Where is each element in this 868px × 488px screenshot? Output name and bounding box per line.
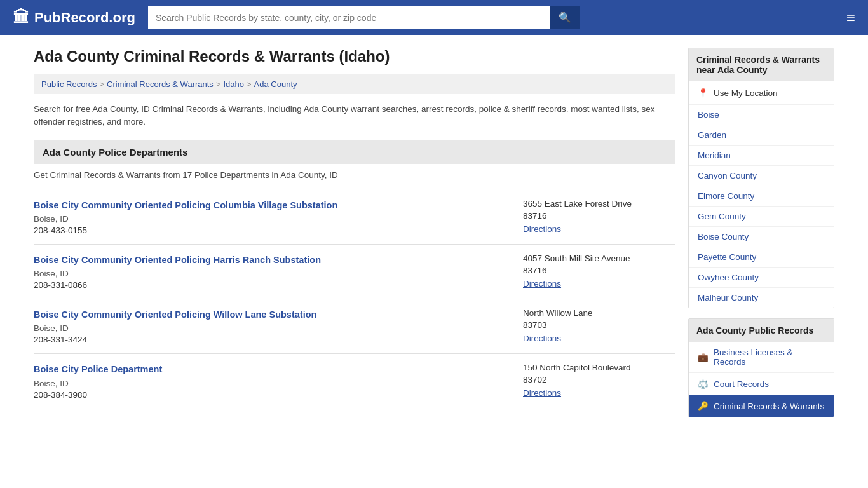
- breadcrumb: Public Records > Criminal Records & Warr…: [34, 74, 675, 94]
- breadcrumb-ada-county[interactable]: Ada County: [254, 79, 297, 89]
- dept-address: 150 North Capitol Boulevard: [523, 363, 675, 372]
- dept-zip: 83702: [523, 375, 675, 384]
- nearby-link[interactable]: Meridian: [689, 146, 834, 166]
- breadcrumb-criminal-records[interactable]: Criminal Records & Warrants: [107, 79, 214, 89]
- nearby-link[interactable]: Owyhee County: [689, 268, 834, 288]
- dept-city: Boise, ID: [34, 379, 510, 388]
- breadcrumb-public-records[interactable]: Public Records: [41, 79, 97, 89]
- menu-button[interactable]: ≡: [846, 9, 855, 27]
- breadcrumb-sep-3: >: [247, 79, 252, 89]
- dept-address: 3655 East Lake Forest Drive: [523, 199, 675, 208]
- public-records-link[interactable]: 🔑Criminal Records & Warrants: [689, 395, 834, 417]
- page-description: Search for free Ada County, ID Criminal …: [34, 103, 675, 129]
- breadcrumb-sep-1: >: [99, 79, 104, 89]
- breadcrumb-sep-2: >: [216, 79, 221, 89]
- section-description: Get Criminal Records & Warrants from 17 …: [34, 170, 675, 180]
- dept-phone: 208-384-3980: [34, 390, 510, 400]
- dept-name[interactable]: Boise City Community Oriented Policing W…: [34, 308, 510, 321]
- directions-link[interactable]: Directions: [523, 334, 561, 343]
- dept-address: North Willow Lane: [523, 308, 675, 318]
- nearby-link[interactable]: Malheur County: [689, 288, 834, 308]
- sidebar: Criminal Records & Warrants near Ada Cou…: [688, 48, 834, 428]
- directions-link[interactable]: Directions: [523, 224, 561, 234]
- public-records-links-list: 💼Business Licenses & Records⚖️Court Reco…: [689, 342, 834, 417]
- logo-text: PubRecord.org: [34, 10, 135, 26]
- dept-right: North Willow Lane 83703 Directions: [523, 308, 675, 344]
- department-entry: Boise City Police Department Boise, ID 2…: [34, 354, 675, 409]
- dept-phone: 208-331-0866: [34, 280, 510, 290]
- dept-right: 3655 East Lake Forest Drive 83716 Direct…: [523, 199, 675, 235]
- nearby-link[interactable]: Boise: [689, 105, 834, 125]
- logo-icon: 🏛: [13, 8, 29, 27]
- gavel-icon: ⚖️: [698, 379, 709, 389]
- briefcase-icon: 💼: [698, 352, 709, 362]
- dept-right: 4057 South Mill Site Avenue 83716 Direct…: [523, 254, 675, 290]
- nearby-link[interactable]: Gem County: [689, 207, 834, 227]
- site-logo[interactable]: 🏛 PubRecord.org: [13, 8, 135, 27]
- dept-zip: 83716: [523, 211, 675, 220]
- department-list: Boise City Community Oriented Policing C…: [34, 190, 675, 409]
- section-header: Ada County Police Departments: [34, 140, 675, 164]
- nearby-link[interactable]: Elmore County: [689, 186, 834, 207]
- nearby-link[interactable]: Garden: [689, 125, 834, 146]
- search-input[interactable]: [148, 6, 550, 29]
- dept-address: 4057 South Mill Site Avenue: [523, 254, 675, 263]
- dept-phone: 208-433-0155: [34, 226, 510, 235]
- menu-icon: ≡: [846, 9, 855, 26]
- dept-city: Boise, ID: [34, 323, 510, 333]
- public-records-card-header: Ada County Public Records: [689, 319, 834, 342]
- dept-name[interactable]: Boise City Community Oriented Policing C…: [34, 199, 510, 212]
- dept-city: Boise, ID: [34, 214, 510, 224]
- page-title: Ada County Criminal Records & Warrants (…: [34, 48, 675, 65]
- dept-left: Boise City Community Oriented Policing W…: [34, 308, 510, 344]
- nearby-link[interactable]: Boise County: [689, 227, 834, 247]
- site-header: 🏛 PubRecord.org 🔍 ≡: [0, 0, 868, 35]
- department-entry: Boise City Community Oriented Policing W…: [34, 299, 675, 354]
- department-entry: Boise City Community Oriented Policing C…: [34, 190, 675, 245]
- search-button[interactable]: 🔍: [550, 6, 580, 29]
- public-records-card: Ada County Public Records 💼Business Lice…: [688, 318, 834, 417]
- nearby-link[interactable]: Canyon County: [689, 166, 834, 186]
- directions-link[interactable]: Directions: [523, 388, 561, 398]
- nearby-card: Criminal Records & Warrants near Ada Cou…: [688, 48, 834, 308]
- dept-name[interactable]: Boise City Community Oriented Policing H…: [34, 254, 510, 266]
- search-area: 🔍: [148, 6, 580, 29]
- nearby-links-list: BoiseGardenMeridianCanyon CountyElmore C…: [689, 105, 834, 308]
- search-icon: 🔍: [559, 12, 571, 23]
- nearby-card-header: Criminal Records & Warrants near Ada Cou…: [689, 48, 834, 81]
- public-records-card-body: 💼Business Licenses & Records⚖️Court Reco…: [689, 342, 834, 417]
- dept-left: Boise City Community Oriented Policing H…: [34, 254, 510, 290]
- dept-left: Boise City Police Department Boise, ID 2…: [34, 363, 510, 399]
- directions-link[interactable]: Directions: [523, 279, 561, 288]
- dept-zip: 83716: [523, 266, 675, 275]
- location-icon: 📍: [698, 88, 709, 98]
- nearby-card-body: 📍 Use My Location BoiseGardenMeridianCan…: [689, 81, 834, 308]
- key-icon: 🔑: [698, 401, 709, 411]
- public-records-link[interactable]: ⚖️Court Records: [689, 373, 834, 395]
- use-location-label: Use My Location: [714, 88, 778, 98]
- dept-phone: 208-331-3424: [34, 335, 510, 344]
- use-location-button[interactable]: 📍 Use My Location: [689, 81, 834, 105]
- content-area: Ada County Criminal Records & Warrants (…: [34, 48, 675, 428]
- dept-zip: 83703: [523, 320, 675, 330]
- department-entry: Boise City Community Oriented Policing H…: [34, 245, 675, 299]
- dept-name[interactable]: Boise City Police Department: [34, 363, 510, 376]
- public-records-link[interactable]: 💼Business Licenses & Records: [689, 342, 834, 373]
- breadcrumb-idaho[interactable]: Idaho: [223, 79, 244, 89]
- dept-city: Boise, ID: [34, 269, 510, 278]
- main-container: Ada County Criminal Records & Warrants (…: [21, 35, 847, 440]
- dept-left: Boise City Community Oriented Policing C…: [34, 199, 510, 235]
- dept-right: 150 North Capitol Boulevard 83702 Direct…: [523, 363, 675, 399]
- nearby-link[interactable]: Payette County: [689, 247, 834, 268]
